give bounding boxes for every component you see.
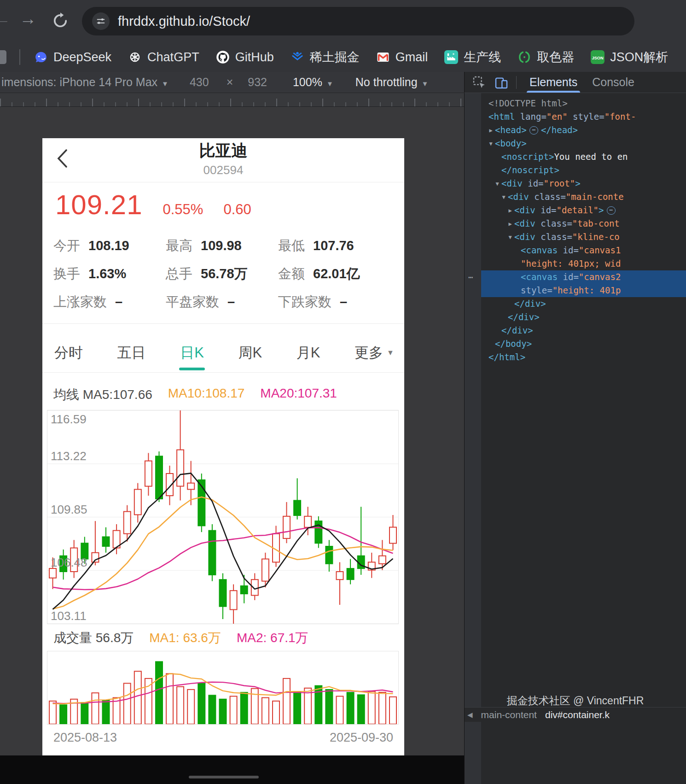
tab-月K[interactable]: 月K: [296, 335, 320, 370]
inspect-element-icon[interactable]: [472, 75, 487, 90]
bookmark-label: GitHub: [235, 50, 274, 64]
expand-arrow-right-icon[interactable]: ▶: [487, 124, 495, 137]
stat-最高: 最高109.98: [166, 232, 278, 260]
forward-icon[interactable]: →: [19, 9, 36, 29]
breadcrumb-div#container.k[interactable]: div#container.k: [545, 709, 610, 720]
dom-tree-node[interactable]: ▶<div id="detail">⋯: [481, 204, 686, 217]
current-price: 109.21: [55, 189, 143, 221]
dom-tree-node[interactable]: ▶<div class="tab-cont: [481, 217, 686, 230]
device-select[interactable]: imensions: iPhone 14 Pro Max▼: [1, 76, 169, 89]
svg-text:116.59: 116.59: [51, 412, 87, 426]
expand-arrow-down-icon[interactable]: ▼: [506, 231, 514, 244]
dom-tree-node[interactable]: <!DOCTYPE html>: [481, 97, 686, 110]
dom-tree-node[interactable]: </div>: [481, 310, 686, 324]
bookmark-Gmail[interactable]: Gmail: [376, 50, 428, 64]
zoom-select[interactable]: 100%▼: [293, 76, 333, 89]
price-row: 109.21 0.55% 0.60: [55, 189, 251, 221]
browser-toolbar: ← → fhrddx.github.io/Stock/: [0, 0, 686, 42]
dom-tree-node[interactable]: </div>: [481, 324, 686, 337]
dom-tree-node[interactable]: style="height: 401p: [481, 284, 686, 297]
tab-周K[interactable]: 周K: [238, 335, 262, 370]
address-bar[interactable]: fhrddx.github.io/Stock/: [82, 7, 634, 35]
change-absolute: 0.60: [223, 201, 251, 218]
bookmark-label: 取色器: [537, 49, 574, 65]
page-bottom-strip: [0, 755, 464, 784]
bookmark-生产线[interactable]: 生产线: [444, 49, 501, 65]
volume-chart[interactable]: [47, 651, 399, 725]
devtools-tab-elements[interactable]: Elements: [522, 72, 585, 93]
source-order-icon[interactable]: ⋯: [468, 270, 473, 284]
collapsed-content-icon[interactable]: ⋯: [529, 126, 538, 135]
dom-tree-node[interactable]: </html>: [481, 351, 686, 364]
dom-tree-node[interactable]: ▼<div class="main-conte: [481, 190, 686, 204]
dom-tree-node[interactable]: "height: 401px; wid: [481, 257, 686, 270]
expand-arrow-down-icon[interactable]: ▼: [487, 137, 495, 151]
tab-日K[interactable]: 日K: [180, 335, 204, 370]
stat-金额: 金额62.01亿: [278, 260, 401, 288]
svg-text:JSON: JSON: [592, 56, 604, 60]
divider: [42, 372, 404, 373]
change-percent: 0.55%: [163, 201, 203, 218]
devtools-tab-console[interactable]: Console: [585, 72, 642, 93]
bookmark-JSON解析[interactable]: JSONJSON解析: [591, 49, 668, 65]
dom-tree-node[interactable]: ▼<div class="kline-co: [481, 230, 686, 244]
bookmark-取色器[interactable]: 取色器: [517, 49, 574, 65]
device-toolbar-toggle-icon[interactable]: [494, 75, 509, 90]
dimensions-times: ×: [227, 76, 233, 89]
volume-value: 成交量 56.8万: [53, 629, 134, 647]
breadcrumb-main-content[interactable]: main-content: [481, 709, 537, 720]
start-date: 2025-08-13: [53, 731, 117, 745]
end-date: 2025-09-30: [330, 731, 393, 745]
tab-分时[interactable]: 分时: [54, 335, 83, 370]
dom-tree-node[interactable]: <html lang="en" style="font-: [481, 110, 686, 123]
device-height-field[interactable]: 932: [248, 76, 267, 89]
reload-icon[interactable]: [51, 11, 70, 30]
breadcrumb-scroll-left-icon[interactable]: ◀: [467, 711, 473, 719]
expand-arrow-down-icon[interactable]: ▼: [493, 177, 501, 191]
bookmark-label: JSON解析: [610, 49, 668, 65]
dom-tree-node[interactable]: ⋯<canvas id="canvas2: [481, 270, 686, 284]
site-settings-icon[interactable]: [92, 12, 110, 30]
emulation-ruler: [0, 93, 464, 107]
stock-code: 002594: [42, 163, 404, 177]
dom-tree-node[interactable]: ▼<body>: [481, 137, 686, 150]
dom-tree-node[interactable]: </noscript>: [481, 164, 686, 177]
svg-text:103.11: 103.11: [51, 609, 87, 623]
expand-arrow-down-icon[interactable]: ▼: [500, 191, 508, 204]
bookmark-稀土掘金[interactable]: 稀土掘金: [291, 49, 360, 65]
stat-下跌家数: 下跌家数–: [278, 288, 401, 316]
factory-icon: [444, 50, 458, 64]
volume-ma2: MA2: 67.1万: [237, 629, 308, 647]
bookmark-DeepSeek[interactable]: DeepSeek: [34, 50, 111, 64]
stats-grid: 今开108.19最高109.98最低107.76换手1.63%总手56.78万金…: [53, 232, 401, 316]
svg-text:113.22: 113.22: [51, 449, 87, 463]
divider: [42, 323, 404, 324]
bookmark-GitHub[interactable]: GitHub: [216, 50, 274, 64]
device-width-field[interactable]: 430: [190, 76, 209, 89]
clipped-bookmark-icon[interactable]: [0, 50, 6, 64]
tab-更多[interactable]: 更多▼: [355, 335, 394, 370]
expand-arrow-right-icon[interactable]: ▶: [506, 217, 514, 231]
url-text[interactable]: fhrddx.github.io/Stock/: [118, 14, 250, 29]
bookmark-ChatGPT[interactable]: ChatGPT: [128, 50, 199, 64]
device-toolbar: imensions: iPhone 14 Pro Max▼ 430 × 932 …: [0, 72, 464, 93]
chevron-down-icon: ▼: [387, 349, 394, 357]
dom-tree-node[interactable]: ▶<head>⋯</head>: [481, 123, 686, 137]
back-icon[interactable]: ←: [0, 9, 11, 29]
expand-arrow-right-icon[interactable]: ▶: [506, 204, 514, 217]
candlestick-chart[interactable]: 116.59113.22109.85106.48103.11: [47, 410, 399, 624]
dom-tree-node[interactable]: <noscript>You need to en: [481, 150, 686, 164]
bookmark-label: Gmail: [395, 50, 428, 64]
collapsed-content-icon[interactable]: ⋯: [607, 206, 616, 215]
stock-title: 比亚迪: [42, 140, 404, 162]
dom-tree-node[interactable]: ▼<div id="root">: [481, 177, 686, 190]
dom-tree-node[interactable]: </div>: [481, 297, 686, 310]
devtools-gutter: [465, 93, 481, 784]
bookmark-label: ChatGPT: [147, 50, 199, 64]
throttling-select[interactable]: No throttling▼: [355, 76, 429, 89]
dom-tree-node[interactable]: </body>: [481, 337, 686, 351]
openai-icon: [128, 50, 142, 64]
tab-五日[interactable]: 五日: [117, 335, 146, 370]
ma10-legend: MA10:108.17: [168, 386, 245, 404]
dom-tree-node[interactable]: <canvas id="canvas1: [481, 244, 686, 257]
